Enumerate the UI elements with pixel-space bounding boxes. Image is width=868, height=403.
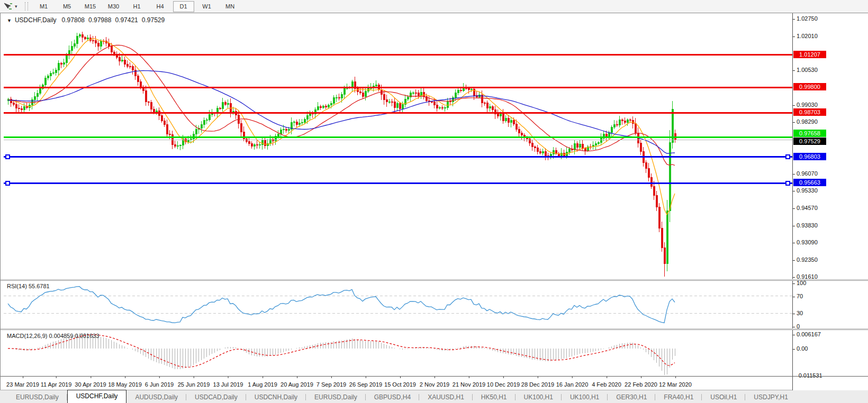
chart-tab-fra40-h1[interactable]: FRA40,H1 xyxy=(655,391,702,403)
hline-endpoint-marker[interactable] xyxy=(6,155,10,159)
candle-body xyxy=(259,145,260,145)
date-tick-label: 22 Feb 2020 xyxy=(625,381,657,388)
price-level-badge[interactable]: 0.98703 xyxy=(793,108,826,116)
hline-endpoint-marker[interactable] xyxy=(786,155,790,159)
rsi-plot[interactable] xyxy=(4,281,792,328)
panel-splitter[interactable] xyxy=(1,279,868,281)
candle-body xyxy=(37,93,38,96)
chart-tab-usdjpy-h1[interactable]: USDJPY,H1 xyxy=(745,391,796,403)
chart-tab-ger30-h1[interactable]: GER30,H1 xyxy=(608,391,655,403)
candle-body xyxy=(407,97,409,99)
candle-body xyxy=(529,139,530,143)
candle-body xyxy=(666,210,668,263)
date-tick-label: 28 Dec 2019 xyxy=(521,381,554,388)
candle-body xyxy=(338,97,340,98)
candle-body xyxy=(111,46,112,52)
candle-body xyxy=(161,116,162,121)
timeframe-button-m5[interactable]: M5 xyxy=(57,1,78,12)
price-tick-label: 0.93090 xyxy=(797,239,818,245)
symbol-dropdown-icon[interactable]: ▼ xyxy=(7,18,12,23)
timeframe-button-h1[interactable]: H1 xyxy=(126,1,148,12)
chart-tab-gbpusd-h4[interactable]: GBPUSD,H4 xyxy=(366,391,419,403)
candle-body xyxy=(60,63,62,64)
candle-body xyxy=(526,138,528,139)
candle-body xyxy=(362,93,364,97)
cursor-tool-icon xyxy=(3,2,13,11)
candle-body xyxy=(394,102,395,107)
timeframe-button-m1[interactable]: M1 xyxy=(33,1,55,12)
time-axis[interactable]: 23 Mar 201911 Apr 201930 Apr 201918 May … xyxy=(1,376,792,390)
candle-body xyxy=(431,102,432,102)
candle-body xyxy=(613,125,615,127)
candle-body xyxy=(87,38,88,39)
timeframe-button-m15[interactable]: M15 xyxy=(80,1,101,12)
price-tick-label: 1.02750 xyxy=(797,15,818,22)
hline-endpoint-marker[interactable] xyxy=(6,181,10,185)
chart-tab-xauusd-h1[interactable]: XAUUSD,H1 xyxy=(419,391,473,403)
candle-body xyxy=(359,91,361,93)
candle-body xyxy=(174,144,176,146)
candle-body xyxy=(383,95,385,99)
candle-body xyxy=(513,121,514,124)
candle-body xyxy=(396,104,398,107)
candle-body xyxy=(201,125,202,128)
candle-body xyxy=(100,41,102,47)
chart-tab-uk100-h1[interactable]: UK100,H1 xyxy=(516,391,562,403)
chart-tab-uk100-h1[interactable]: UK100,H1 xyxy=(562,391,608,403)
price-axis[interactable]: 1.027501.020101.005300.990300.982900.960… xyxy=(792,13,868,390)
candle-body xyxy=(18,108,20,109)
price-level-badge[interactable]: 0.96803 xyxy=(793,153,826,160)
timeframe-toolbar: ▾ M1M5M15M30H1H4D1W1MN xyxy=(0,0,868,13)
timeframe-button-m30[interactable]: M30 xyxy=(103,1,124,12)
price-level-badge[interactable]: 0.97658 xyxy=(793,130,826,137)
chart-tab-eurusd-daily[interactable]: EURUSD,Daily xyxy=(306,391,366,403)
dropdown-caret-icon[interactable]: ▾ xyxy=(15,4,17,9)
chart-tab-eurusd-daily[interactable]: EURUSD,Daily xyxy=(7,391,67,403)
panel-splitter[interactable] xyxy=(1,328,868,330)
chart-tab-usdcnh-daily[interactable]: USDCNH,Daily xyxy=(246,391,306,403)
candle-body xyxy=(39,88,41,93)
chart-tab-audusd-daily[interactable]: AUDUSD,Daily xyxy=(126,391,186,403)
candle-body xyxy=(444,108,446,108)
candle-body xyxy=(489,106,491,108)
ohlc-open: 0.97808 xyxy=(62,16,85,24)
candle-body xyxy=(15,104,17,108)
hline-endpoint-marker[interactable] xyxy=(786,181,790,185)
timeframe-button-h4[interactable]: H4 xyxy=(150,1,171,12)
price-level-badge[interactable]: 0.99800 xyxy=(793,83,826,90)
date-tick-label: 2 Nov 2019 xyxy=(420,381,449,388)
candle-body xyxy=(510,121,512,123)
timeframe-button-w1[interactable]: W1 xyxy=(196,1,218,12)
cursor-tool-button[interactable]: ▾ xyxy=(1,1,20,12)
candle-body xyxy=(264,141,266,146)
price-level-badge[interactable]: 0.95663 xyxy=(793,179,826,186)
candle-body xyxy=(545,152,546,156)
date-tick-label: 21 Nov 2019 xyxy=(453,381,485,388)
candle-body xyxy=(439,107,440,108)
chart-tab-usdchf-daily[interactable]: USDCHF,Daily xyxy=(67,390,127,403)
price-tick-label: 0.98290 xyxy=(797,118,818,125)
candle-body xyxy=(616,125,618,125)
candle-body xyxy=(441,107,443,108)
timeframe-button-mn[interactable]: MN xyxy=(220,1,241,12)
candle-body xyxy=(584,149,586,150)
price-level-badge[interactable]: 1.01207 xyxy=(793,51,826,58)
candle-body xyxy=(386,99,387,102)
time-axis-border xyxy=(1,376,868,377)
chart-tab-usdcad-daily[interactable]: USDCAD,Daily xyxy=(186,391,246,403)
candle-body xyxy=(576,143,578,147)
candle-body xyxy=(119,57,120,61)
candle-body xyxy=(52,72,54,73)
moving-average-8 xyxy=(8,39,675,215)
macd-plot[interactable] xyxy=(4,331,792,376)
chart-title: ▼USDCHF,Daily0.978080.979880.974210.9752… xyxy=(7,16,168,24)
candle-body xyxy=(164,121,165,125)
candle-body xyxy=(156,111,157,112)
price-chart-plot[interactable] xyxy=(4,14,792,280)
chart-tab-hk50-h1[interactable]: HK50,H1 xyxy=(473,391,516,403)
candle-body xyxy=(50,73,51,76)
chart-tab-usoil-h1[interactable]: USOil,H1 xyxy=(702,391,745,403)
candle-body xyxy=(47,76,49,78)
toolbar-grip[interactable] xyxy=(25,2,28,11)
timeframe-button-d1[interactable]: D1 xyxy=(173,1,194,12)
